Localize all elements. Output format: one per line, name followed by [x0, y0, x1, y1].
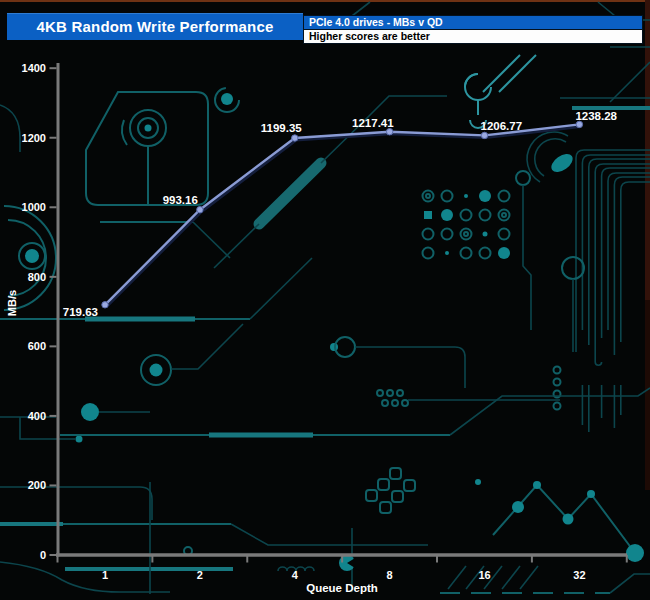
data-point-marker — [481, 132, 487, 138]
y-tick-label: 400 — [28, 410, 46, 422]
data-point-label: 1199.35 — [261, 122, 303, 134]
y-tick-label: 200 — [28, 479, 46, 491]
chart-title: 4KB Random Write Performance — [36, 18, 273, 35]
y-tick-label: 0 — [40, 549, 46, 561]
x-tick-label: 4 — [292, 569, 299, 581]
line-chart: MB/s Queue Depth 02004006008001000120014… — [0, 0, 650, 600]
data-point-label: 1238.28 — [575, 110, 617, 122]
data-point-label: 993.16 — [163, 194, 198, 206]
chart-title-bar: 4KB Random Write Performance — [7, 13, 303, 40]
x-tick-label: 1 — [102, 569, 108, 581]
series-line-shadow — [106, 126, 580, 306]
data-point-marker — [197, 207, 203, 213]
data-point-label: 1206.77 — [481, 120, 523, 132]
chart-subtitle-box: PCIe 4.0 drives - MBs v QD Higher scores… — [303, 15, 643, 44]
y-axis-title: MB/s — [6, 290, 18, 316]
y-tick-label: 800 — [28, 271, 46, 283]
x-tick-label: 8 — [387, 569, 393, 581]
series-line — [105, 124, 579, 304]
y-tick-label: 1000 — [22, 201, 46, 213]
x-tick-label: 32 — [573, 569, 585, 581]
y-tick-label: 600 — [28, 340, 46, 352]
y-tick-label: 1400 — [22, 62, 46, 74]
data-point-marker — [292, 135, 298, 141]
data-point-label: 1217.41 — [352, 117, 394, 129]
x-tick-label: 2 — [197, 569, 203, 581]
data-point-marker — [102, 302, 108, 308]
x-tick-label: 16 — [478, 569, 490, 581]
y-tick-label: 1200 — [22, 132, 46, 144]
chart-subtitle: PCIe 4.0 drives - MBs v QD — [303, 15, 643, 29]
data-point-marker — [386, 129, 392, 135]
x-axis-title: Queue Depth — [306, 582, 378, 594]
chart-frame: MB/s Queue Depth 02004006008001000120014… — [0, 0, 650, 600]
data-point-label: 719.63 — [63, 306, 98, 318]
chart-note: Higher scores are better — [303, 29, 643, 44]
